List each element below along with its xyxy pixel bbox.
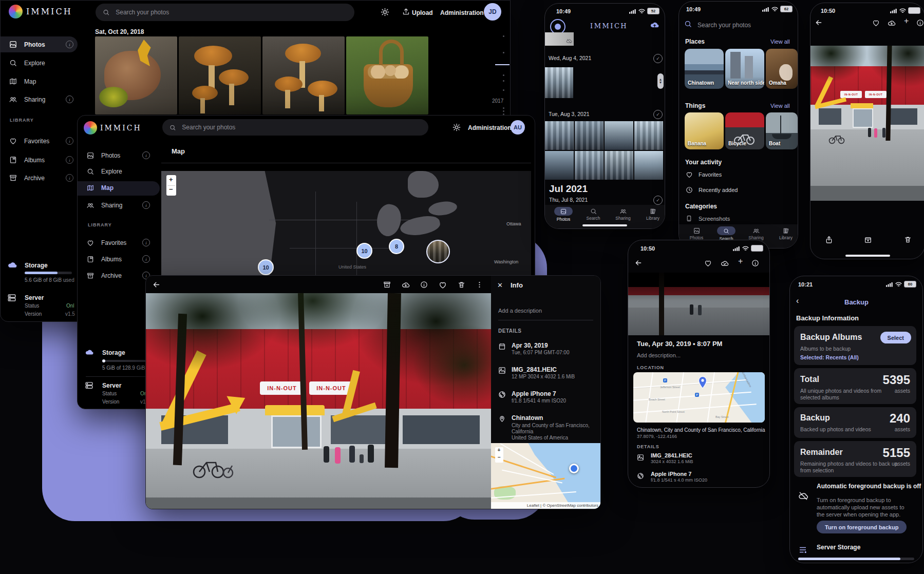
photo-thumb[interactable]: [545, 151, 574, 180]
info-icon[interactable]: [420, 281, 428, 289]
photo-in-n-out[interactable]: IN-N-OUT IN-N-OUT: [810, 46, 924, 201]
more-options-kebab-icon[interactable]: [476, 281, 483, 289]
theme-toggle-sun-icon[interactable]: [452, 123, 461, 131]
sidebar-item-favorites[interactable]: Favorites i: [9, 137, 73, 145]
trash-icon[interactable]: [904, 236, 912, 243]
add-plus-icon[interactable]: +: [738, 256, 743, 266]
back-arrow-icon[interactable]: [634, 259, 643, 267]
photo-thumb[interactable]: [545, 121, 574, 150]
place-card-omaha[interactable]: Omaha: [766, 49, 798, 89]
timeline-scrubber-handle[interactable]: [495, 64, 510, 65]
map-zoom-control[interactable]: + −: [166, 175, 176, 196]
sidebar-item-archive[interactable]: Archive i: [87, 272, 150, 279]
sidebar-item-sharing[interactable]: Sharing i: [9, 95, 73, 103]
sidebar-item-map[interactable]: Map: [9, 78, 73, 85]
nav-sharing[interactable]: Sharing: [611, 208, 635, 221]
favorite-heart-icon[interactable]: [872, 19, 880, 27]
user-avatar[interactable]: JD: [484, 3, 501, 21]
sidebar-item-explore[interactable]: Explore: [87, 168, 150, 175]
close-icon[interactable]: ✕: [497, 281, 503, 290]
archive-icon[interactable]: [383, 281, 391, 289]
sidebar-item-albums[interactable]: Albums i: [9, 156, 73, 164]
sidebar-item-photos[interactable]: Photos i: [87, 151, 150, 159]
theme-toggle-sun-icon[interactable]: [381, 8, 389, 16]
photo-thumb[interactable]: [545, 67, 573, 98]
cloud-upload-icon[interactable]: [402, 281, 410, 289]
zoom-out-button[interactable]: −: [169, 185, 173, 194]
cloud-upload-icon[interactable]: [888, 19, 896, 27]
sidebar-item-albums[interactable]: Albums i: [87, 255, 150, 263]
cloud-check-icon[interactable]: [721, 259, 729, 267]
place-card-near-north-side[interactable]: Near north side: [725, 49, 764, 89]
search-placeholder[interactable]: Search your photos: [697, 22, 751, 29]
favorite-heart-icon[interactable]: [704, 259, 712, 267]
select-button[interactable]: Select: [880, 332, 911, 343]
turn-on-foreground-backup-button[interactable]: Turn on foreground backup: [817, 521, 907, 533]
share-icon[interactable]: [825, 236, 833, 244]
backup-cloud-icon[interactable]: [650, 20, 659, 30]
nav-library[interactable]: Library: [641, 208, 665, 221]
search-bar[interactable]: [96, 4, 354, 21]
activity-recently-added[interactable]: Recently added: [699, 187, 738, 194]
nav-sharing[interactable]: Sharing: [744, 227, 768, 240]
upload-icon[interactable]: [402, 8, 410, 15]
search-input[interactable]: [181, 123, 421, 131]
photo-thumb[interactable]: [634, 121, 663, 150]
info-icon[interactable]: [751, 259, 759, 267]
archive-add-icon[interactable]: [864, 236, 872, 244]
add-description-field[interactable]: Add a description: [498, 308, 542, 315]
nav-library[interactable]: Library: [774, 227, 798, 240]
sidebar-item-photos[interactable]: Photos i: [9, 41, 73, 48]
photo-thumb[interactable]: [605, 121, 633, 150]
back-arrow-icon[interactable]: [152, 280, 161, 289]
viewer-photo[interactable]: IN-N-OUT IN-N-OUT: [146, 293, 491, 509]
map-photo-marker[interactable]: [426, 240, 450, 263]
add-description-field[interactable]: Add description...: [637, 352, 681, 359]
administration-link[interactable]: Administration: [468, 124, 512, 132]
map-cluster-marker[interactable]: 10: [258, 259, 274, 275]
things-view-all[interactable]: View all: [770, 103, 790, 110]
thing-card-boat[interactable]: Boat: [766, 112, 798, 149]
timeline-drag-scrubber[interactable]: ▲▼: [657, 73, 664, 89]
nav-photos-active[interactable]: Photos: [552, 207, 575, 222]
info-mini-map[interactable]: + − Leaflet | © OpenStreetMap contributo…: [491, 443, 600, 509]
user-avatar[interactable]: AU: [511, 120, 525, 135]
photo-strip[interactable]: [628, 273, 769, 335]
map-cluster-marker[interactable]: 10: [356, 243, 372, 259]
map-cluster-marker[interactable]: 8: [389, 239, 404, 254]
photo-mushroom-3[interactable]: [262, 36, 345, 114]
place-card-chinatown[interactable]: Chinatown: [685, 49, 724, 89]
add-plus-icon[interactable]: +: [904, 16, 909, 26]
sidebar-item-map-active[interactable]: Map: [87, 184, 150, 192]
nav-photos[interactable]: Photos: [685, 227, 708, 240]
back-arrow-icon[interactable]: [815, 18, 823, 27]
info-icon[interactable]: [916, 19, 924, 27]
photo-thumb[interactable]: [605, 151, 633, 180]
activity-favorites[interactable]: Favorites: [699, 171, 722, 179]
photo-thumb-partial[interactable]: [545, 32, 574, 46]
sidebar-item-explore[interactable]: Explore: [9, 59, 73, 67]
photo-mushroom-2[interactable]: [179, 36, 261, 114]
nav-search-active[interactable]: Search: [714, 226, 738, 241]
photo-thumb[interactable]: [634, 151, 663, 180]
location-map[interactable]: The Embarcadero Jefferson Street Beach S…: [633, 372, 765, 423]
sidebar-item-favorites[interactable]: Favorites i: [87, 239, 150, 246]
search-bar[interactable]: [162, 119, 428, 136]
upload-button[interactable]: Upload: [412, 9, 433, 17]
select-day-check[interactable]: ✓: [653, 110, 663, 119]
photo-thumb[interactable]: [575, 151, 604, 180]
back-chevron-icon[interactable]: ‹: [796, 296, 799, 306]
thing-card-bicycle[interactable]: Bicycle: [725, 112, 764, 149]
administration-link[interactable]: Administration: [440, 9, 484, 17]
select-day-check[interactable]: ✓: [653, 196, 663, 205]
favorite-heart-icon[interactable]: [439, 281, 447, 289]
sidebar-item-sharing[interactable]: Sharing i: [87, 201, 150, 209]
minimap-zoom-control[interactable]: + −: [495, 447, 503, 463]
places-view-all[interactable]: View all: [770, 39, 790, 46]
search-input[interactable]: [115, 8, 347, 16]
thing-card-banana[interactable]: Banana: [685, 112, 724, 149]
photo-thumb[interactable]: [575, 121, 604, 150]
trash-icon[interactable]: [458, 281, 465, 289]
nav-search[interactable]: Search: [581, 208, 605, 221]
photo-mushroom-1[interactable]: [95, 36, 177, 114]
